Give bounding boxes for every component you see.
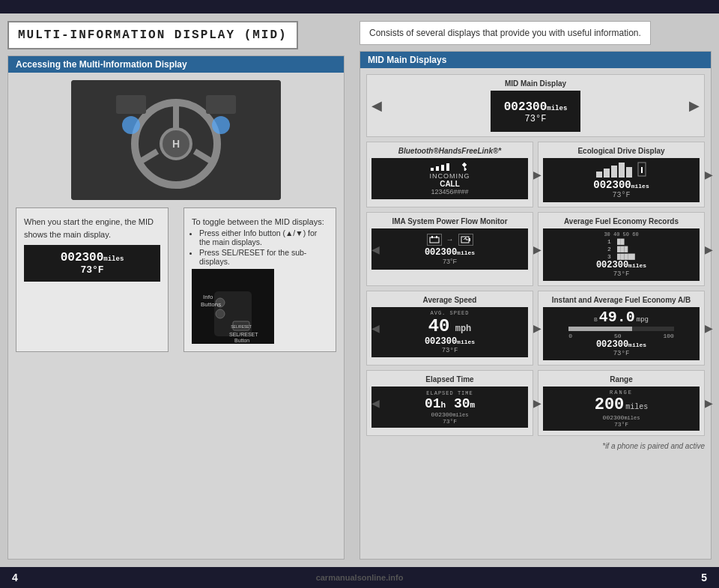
avg-speed-value: 40 mph	[428, 316, 472, 336]
avg-speed-display: AVG. SPEED 40 mph 002300miles 73°F	[371, 307, 528, 357]
ecological-display: 002300miles 73°F	[543, 158, 700, 202]
svg-rect-23	[430, 237, 439, 243]
svg-text:Info: Info	[203, 294, 213, 300]
avg-speed-title: Average Speed	[423, 296, 477, 304]
buttons-image: SEL/RESET Info Buttons SEL/RESET Button	[192, 269, 274, 344]
elapsed-temp: 73°F	[443, 418, 457, 425]
range-title: Range	[610, 375, 633, 384]
call-number: 123456####	[431, 188, 468, 196]
elapsed-display: ELAPSED TIME 01h 30m 002300miles 73°F	[371, 387, 528, 428]
mid-main-odometer: 002300miles	[504, 100, 568, 114]
right-page-number: 5	[701, 572, 707, 584]
eco-bar-2	[604, 169, 610, 178]
svg-text:Buttons: Buttons	[201, 301, 221, 308]
ima-left-arrow: ◀	[371, 243, 380, 255]
footnote: *if a phone is paired and active	[366, 442, 705, 450]
bt-bar-1	[431, 168, 434, 171]
bluetooth-title: Bluetooth®HandsFreeLink®*	[398, 147, 502, 155]
svg-text:SEL/RESET: SEL/RESET	[231, 324, 252, 329]
left-section-header: Accessing the Multi-Information Display	[8, 56, 344, 73]
avg-speed-label: AVG. SPEED	[430, 310, 469, 316]
right-body: MID Main Display 002300miles 73°F ◀	[360, 68, 711, 559]
range-unit: miles	[625, 403, 648, 411]
avg-speed-right-arrow: ▶	[533, 322, 541, 334]
svg-text:H: H	[172, 138, 180, 150]
instant-fuel-title: Instant and Average Fuel Economy A/B	[552, 296, 691, 304]
bt-right-arrow: ▶	[533, 169, 541, 181]
range-temp: 73°F	[614, 421, 628, 428]
main-title: MULTI-INFORMATION DISPLAY (MID)	[7, 21, 298, 49]
elapsed-left-arrow: ◀	[371, 397, 380, 409]
svg-rect-24	[431, 236, 433, 238]
elapsed-title: Elapsed Time	[425, 375, 473, 384]
left-temp: 73°F	[30, 264, 154, 276]
svg-point-14	[216, 309, 225, 318]
instant-fuel-temp: 73°F	[613, 350, 630, 357]
bottom-bar: 4 carmanualsonline.info 5	[0, 567, 719, 588]
toggle-item-1: Press either Info button (▲/▼) for the m…	[199, 228, 328, 246]
incoming-label: INCOMING	[430, 172, 470, 180]
instant-fuel-gauge	[568, 327, 674, 331]
left-body: H When you start the engine, the MID sho…	[8, 73, 344, 559]
elapsed-cell: Elapsed Time ELAPSED TIME 01h 30m 002300…	[366, 370, 533, 436]
eco-needle	[637, 161, 647, 178]
left-section: Accessing the Multi-Information Display	[7, 55, 345, 560]
svg-rect-7	[116, 95, 146, 114]
eco-temp: 73°F	[612, 191, 630, 199]
mid-main-temp: 73°F	[525, 114, 547, 124]
fuel-col-1: 1 2 3	[607, 238, 611, 260]
range-display: RANGE 200 miles 002300miles 73°F	[543, 387, 700, 431]
avg-fuel-odometer: 002300miles	[596, 260, 646, 270]
svg-point-10	[212, 116, 230, 134]
ima-battery-icon	[458, 234, 473, 246]
avg-speed-cell: Average Speed AVG. SPEED 40 mph 002300mi…	[366, 291, 533, 366]
fuel-scale: 30 40 50 60	[604, 231, 638, 237]
elapsed-right-arrow: ▶	[533, 397, 541, 409]
call-label: CALL	[440, 180, 460, 188]
mid-main-cell: MID Main Display 002300miles 73°F ◀	[366, 74, 705, 137]
mid-main-left-arrow: ◀	[371, 97, 382, 114]
toggle-text-line1: To toggle between the MID displays:	[192, 216, 328, 228]
title-text: MULTI-INFORMATION DISPLAY (MID)	[18, 28, 288, 42]
bt-bar-4	[446, 163, 449, 171]
instant-fuel-unit: mpg	[637, 316, 649, 324]
ima-engine-icon	[427, 234, 442, 246]
eco-bars	[596, 161, 647, 178]
start-engine-text: When you start the engine, the MID shows…	[24, 216, 160, 240]
bt-bar-2	[436, 166, 439, 171]
left-odometer: 002300miles	[30, 251, 154, 264]
mid-main-title: MID Main Display	[505, 79, 566, 88]
ima-display: →	[371, 228, 528, 270]
avg-fuel-display: 30 40 50 60 1 2 3 ██ ███ █	[543, 228, 700, 281]
elapsed-odometer: 002300miles	[431, 411, 469, 418]
range-value: 200	[595, 395, 625, 414]
svg-rect-25	[436, 236, 437, 238]
toggle-item-2: Press SEL/RESET for the sub-displays.	[199, 248, 328, 266]
eco-bar-4	[619, 163, 625, 178]
info-boxes-row: When you start the engine, the MID shows…	[16, 207, 336, 352]
svg-rect-8	[206, 95, 236, 114]
svg-text:Button: Button	[234, 338, 249, 343]
instant-fuel-right-arrow: ▶	[705, 322, 713, 334]
avg-speed-left-arrow: ◀	[371, 322, 380, 334]
instant-fuel-odometer: 002300miles	[596, 339, 646, 350]
mid-displays-grid: MID Main Display 002300miles 73°F ◀	[366, 74, 705, 436]
bluetooth-icon	[460, 162, 469, 171]
mid-main-display: 002300miles 73°F	[491, 91, 580, 132]
left-panel: MULTI-INFORMATION DISPLAY (MID) Accessin…	[0, 13, 352, 567]
instant-fuel-scale: 0 50 100	[568, 333, 674, 339]
ecological-title: Ecological Drive Display	[577, 147, 664, 155]
eco-bar-1	[596, 172, 602, 178]
car-steering-wheel-image: H	[71, 80, 281, 200]
start-engine-info-box: When you start the engine, the MID shows…	[16, 207, 169, 352]
bluetooth-cell: Bluetooth®HandsFreeLink®*	[366, 142, 533, 207]
avg-speed-odometer: 002300miles	[425, 336, 475, 347]
range-cell: Range RANGE 200 miles 002300miles	[538, 370, 705, 436]
svg-rect-27	[469, 238, 470, 241]
toggle-list: Press either Info button (▲/▼) for the m…	[199, 228, 328, 266]
mid-main-right-arrow: ▶	[689, 97, 700, 114]
avg-fuel-right-arrow: ▶	[705, 243, 713, 255]
left-miles-unit: miles	[103, 255, 124, 263]
description-box: Consists of several displays that provid…	[360, 21, 651, 45]
eco-odometer: 002300miles	[593, 179, 649, 191]
